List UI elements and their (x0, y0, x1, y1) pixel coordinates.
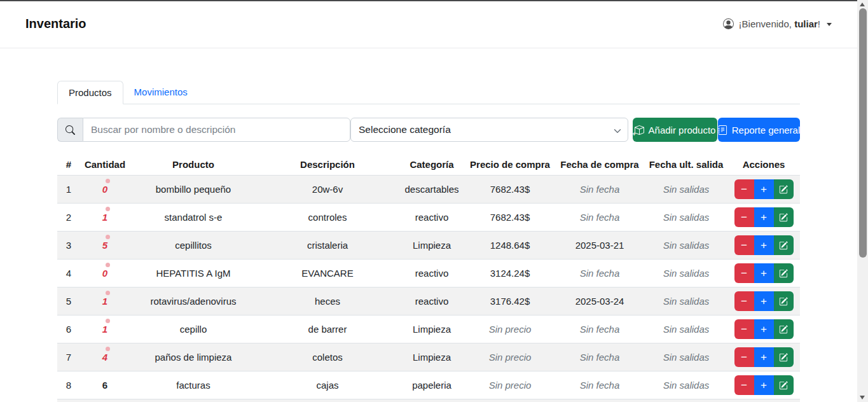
row-number (57, 399, 80, 402)
product-category: Limpieza (398, 232, 465, 260)
report-button[interactable]: Reporte general (718, 118, 800, 142)
last-exit-date: Sin salidas (645, 204, 727, 232)
increase-quantity-button[interactable]: + (754, 207, 774, 227)
increase-quantity-button[interactable]: + (754, 319, 774, 339)
edit-product-button[interactable] (774, 347, 794, 367)
scroll-down-arrow-icon[interactable] (860, 396, 865, 399)
last-exit-date: Sin salidas (645, 371, 727, 399)
decrease-quantity-button[interactable]: − (734, 179, 754, 199)
row-action-group: − + (734, 235, 794, 255)
pencil-square-icon (779, 353, 788, 362)
quantity-cell: 0 (80, 176, 130, 204)
decrease-quantity-button[interactable]: − (734, 235, 754, 255)
product-description: cristaleria (257, 232, 398, 260)
product-description: heces (257, 288, 398, 315)
col-header-precio: Precio de compra (465, 154, 555, 176)
actions-cell: − + (727, 288, 800, 315)
product-category: reactivo (398, 204, 465, 232)
quantity-value: 4 (102, 352, 108, 363)
add-product-label: Añadir producto (649, 125, 716, 135)
edit-product-button[interactable] (774, 319, 794, 339)
last-exit-date: Sin salidas (645, 288, 727, 315)
purchase-date: Sin fecha (555, 204, 645, 232)
decrease-quantity-button[interactable]: − (734, 319, 754, 339)
product-description (257, 399, 398, 402)
edit-product-button[interactable] (774, 263, 794, 283)
actions-cell: − + (727, 176, 800, 204)
product-category: Limpieza (398, 343, 465, 371)
decrease-quantity-button[interactable]: − (734, 291, 754, 311)
category-select-wrap: Seleccione categoría (350, 118, 628, 142)
pencil-square-icon (779, 241, 788, 250)
category-select[interactable]: Seleccione categoría (350, 118, 628, 142)
search-input[interactable] (83, 118, 350, 142)
quantity-value: 1 (102, 296, 108, 307)
row-number: 4 (57, 260, 80, 288)
increase-quantity-button[interactable]: + (754, 263, 774, 283)
tab-productos[interactable]: Productos (57, 81, 123, 104)
col-header-num: # (57, 154, 80, 176)
scroll-up-arrow-icon[interactable] (860, 3, 865, 6)
table-row: 8 6 facturas cajas papeleria Sin precio … (57, 371, 800, 399)
box-plus-icon: + (635, 125, 644, 135)
product-category: descartables (398, 176, 465, 204)
purchase-date: Sin fecha (555, 315, 645, 343)
product-name: rotavirus/adenovirus (130, 288, 257, 315)
product-description: coletos (257, 343, 398, 371)
purchase-price: Sin precio (465, 343, 555, 371)
decrease-quantity-button[interactable]: − (734, 207, 754, 227)
purchase-date (555, 399, 645, 402)
person-circle-icon (723, 18, 734, 29)
scrollbar-thumb[interactable] (859, 8, 867, 258)
low-stock-dot-icon (106, 263, 110, 267)
purchase-date: Sin fecha (555, 343, 645, 371)
products-table: # Cantidad Producto Descripción Categorí… (57, 154, 800, 402)
decrease-quantity-button[interactable]: − (734, 263, 754, 283)
product-name: cepillitos (130, 232, 257, 260)
edit-product-button[interactable] (774, 375, 794, 395)
table-row: 3 5 cepillitos cristaleria Limpieza 1248… (57, 232, 800, 260)
user-menu[interactable]: ¡Bienvenido, tuliar! (723, 18, 832, 29)
edit-product-button[interactable] (774, 291, 794, 311)
purchase-price: Sin precio (465, 315, 555, 343)
row-number: 8 (57, 371, 80, 399)
increase-quantity-button[interactable]: + (754, 375, 774, 395)
increase-quantity-button[interactable]: + (754, 235, 774, 255)
report-journal-icon (718, 125, 727, 135)
increase-quantity-button[interactable]: + (754, 179, 774, 199)
purchase-price: 3176.42$ (465, 288, 555, 315)
product-description: cajas (257, 371, 398, 399)
increase-quantity-button[interactable]: + (754, 347, 774, 367)
purchase-date: 2025-03-24 (555, 288, 645, 315)
product-category (398, 399, 465, 402)
quantity-value: 6 (102, 380, 108, 391)
last-exit-date (645, 399, 727, 402)
quantity-value: 0 (102, 184, 108, 195)
purchase-price: 7682.43$ (465, 176, 555, 204)
window-top-border (0, 0, 857, 1)
quantity-cell: 1 (80, 288, 130, 315)
toolbar: Seleccione categoría + Añadir producto (57, 118, 800, 142)
tab-movimientos[interactable]: Movimientos (123, 81, 198, 104)
quantity-cell: 5 (80, 232, 130, 260)
increase-quantity-button[interactable]: + (754, 291, 774, 311)
product-category: Limpieza (398, 315, 465, 343)
app-window: Inventario ¡Bienvenido, tuliar! Producto… (0, 0, 868, 402)
vertical-scrollbar[interactable] (857, 0, 868, 402)
edit-product-button[interactable] (774, 235, 794, 255)
pencil-square-icon (779, 325, 788, 334)
welcome-text: ¡Bienvenido, tuliar! (739, 18, 820, 29)
decrease-quantity-button[interactable]: − (734, 347, 754, 367)
quantity-cell: 6 (80, 371, 130, 399)
add-product-button[interactable]: + Añadir producto (633, 118, 717, 142)
row-action-group: − + (734, 207, 794, 227)
edit-product-button[interactable] (774, 207, 794, 227)
actions-cell: − + (727, 315, 800, 343)
purchase-date: Sin fecha (555, 371, 645, 399)
row-number: 3 (57, 232, 80, 260)
decrease-quantity-button[interactable]: − (734, 375, 754, 395)
edit-product-button[interactable] (774, 179, 794, 199)
row-number: 5 (57, 288, 80, 315)
top-navbar: Inventario ¡Bienvenido, tuliar! (0, 0, 857, 48)
low-stock-dot-icon (106, 179, 110, 183)
